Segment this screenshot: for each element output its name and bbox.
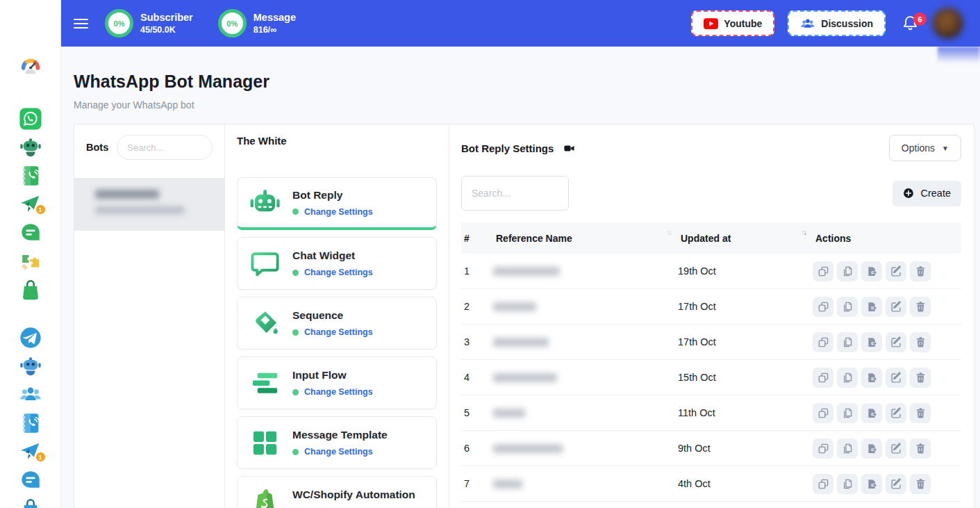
copy-action-button[interactable] <box>837 368 858 388</box>
export-action-button[interactable] <box>861 439 882 459</box>
sidebar-item-telegram-group[interactable] <box>19 383 42 407</box>
settings-card-bot-reply[interactable]: Bot ReplyChange Settings <box>237 177 437 230</box>
updated-at-cell: 17th Oct <box>678 336 813 347</box>
options-button[interactable]: Options ▼ <box>889 135 961 161</box>
settings-card-chat-widget[interactable]: Chat WidgetChange Settings <box>237 237 437 290</box>
sidebar-item-whatsapp-store[interactable] <box>19 278 42 302</box>
whatsapp-integration-icon <box>19 249 42 273</box>
edit-action-button[interactable] <box>886 261 906 281</box>
export-action-button[interactable] <box>861 332 882 352</box>
sort-icon-reference-name[interactable]: ↑↓ <box>667 228 672 236</box>
clone-action-button[interactable] <box>813 439 833 459</box>
delete-action-button[interactable] <box>910 261 931 281</box>
telegram-icon <box>19 326 42 350</box>
row-actions <box>813 297 961 317</box>
sidebar-item-telegram[interactable] <box>19 326 42 350</box>
reply-search-input[interactable] <box>461 176 569 211</box>
sidebar-item-whatsapp-chat[interactable] <box>19 221 42 245</box>
youtube-button[interactable]: Youtube <box>691 10 774 36</box>
sidebar-item-telegram-store[interactable] <box>19 497 42 508</box>
bots-search-input[interactable] <box>117 135 213 160</box>
settings-card-title: WC/Shopify Automation <box>292 489 415 501</box>
sidebar-item-telegram-broadcast[interactable]: 1 <box>19 440 42 464</box>
hamburger-menu-icon[interactable] <box>74 19 88 28</box>
change-settings-link[interactable]: Change Settings <box>304 447 373 457</box>
change-settings-link[interactable]: Change Settings <box>304 207 373 217</box>
delete-action-button[interactable] <box>910 332 931 352</box>
change-settings-link[interactable]: Change Settings <box>304 387 373 397</box>
export-action-button[interactable] <box>861 474 882 494</box>
telegram-group-icon <box>19 383 42 407</box>
sidebar-item-telegram-bot[interactable] <box>19 354 42 378</box>
create-button[interactable]: Create <box>892 181 961 206</box>
topbar-actions: Youtube Discussion 6 <box>691 8 963 39</box>
export-action-button[interactable] <box>861 368 882 388</box>
row-number: 7 <box>461 478 493 489</box>
delete-action-button[interactable] <box>910 297 931 317</box>
reference-name-cell <box>493 267 678 276</box>
export-action-button[interactable] <box>861 403 882 423</box>
delete-action-button[interactable] <box>910 403 931 423</box>
export-action-button[interactable] <box>861 261 882 281</box>
notification-bell[interactable]: 6 <box>902 15 919 32</box>
telegram-store-icon <box>19 497 42 508</box>
sequence-icon <box>249 307 281 340</box>
copy-action-button[interactable] <box>837 403 858 423</box>
copy-action-button[interactable] <box>837 474 858 494</box>
delete-action-button[interactable] <box>910 368 931 388</box>
edit-action-button[interactable] <box>886 368 906 388</box>
sort-icon-updated-at[interactable]: ↑↓ <box>802 228 806 236</box>
settings-card-input-flow[interactable]: Input FlowChange Settings <box>237 357 437 409</box>
settings-card-shopify[interactable]: WC/Shopify AutomationChange Settings <box>237 476 437 508</box>
clone-action-button[interactable] <box>813 297 833 317</box>
usage-stats: 0%Subscriber45/50.0K0%Message816/∞ <box>105 9 296 38</box>
sidebar-item-telegram-chat[interactable] <box>19 468 42 492</box>
edit-action-button[interactable] <box>886 474 906 494</box>
reference-name-redacted <box>493 302 536 311</box>
sidebar-item-whatsapp-broadcast[interactable]: 1 <box>19 192 42 216</box>
status-dot <box>292 329 299 336</box>
edit-action-button[interactable] <box>886 297 906 317</box>
bot-name-redacted <box>95 190 159 199</box>
whatsapp-bot-icon <box>19 136 42 159</box>
edit-icon <box>890 478 902 490</box>
sidebar-item-whatsapp-contacts[interactable] <box>19 164 42 188</box>
delete-action-button[interactable] <box>910 439 931 459</box>
clone-action-button[interactable] <box>813 474 833 494</box>
bot-list-item-selected[interactable] <box>74 178 224 231</box>
sidebar-item-whatsapp[interactable] <box>19 107 42 131</box>
sidebar-item-dashboard-gauge[interactable] <box>19 54 42 78</box>
copy-action-button[interactable] <box>837 332 858 352</box>
sidebar-item-whatsapp-integration[interactable] <box>19 249 42 273</box>
clone-action-button[interactable] <box>813 368 833 388</box>
delete-action-button[interactable] <box>910 474 931 494</box>
edit-action-button[interactable] <box>886 403 906 423</box>
plus-circle-icon <box>903 188 914 199</box>
export-action-button[interactable] <box>861 297 882 317</box>
copy-action-button[interactable] <box>837 261 858 281</box>
settings-card-message-template[interactable]: Message TemplateChange Settings <box>237 416 437 469</box>
edit-action-button[interactable] <box>886 439 906 459</box>
export-icon <box>866 336 878 348</box>
change-settings-link[interactable]: Change Settings <box>304 327 373 337</box>
edit-action-button[interactable] <box>886 332 906 352</box>
clone-action-button[interactable] <box>813 261 833 281</box>
table-row: 217th Oct <box>461 289 961 325</box>
bot-reply-settings-panel: Bot Reply Settings Options ▼ Create <box>449 124 974 508</box>
clone-action-button[interactable] <box>813 403 833 423</box>
sidebar-item-whatsapp-bot[interactable] <box>19 136 42 159</box>
settings-card-sequence[interactable]: SequenceChange Settings <box>237 297 437 350</box>
discussion-button[interactable]: Discussion <box>788 10 886 36</box>
whatsapp-store-icon <box>19 278 42 302</box>
change-settings-link[interactable]: Change Settings <box>304 268 373 277</box>
edit-icon <box>890 407 902 419</box>
clone-action-button[interactable] <box>813 332 833 352</box>
video-tutorial-icon[interactable] <box>563 142 576 154</box>
selected-bot-title: The White <box>237 135 437 147</box>
user-avatar[interactable] <box>932 8 963 39</box>
settings-card-title: Message Template <box>292 429 388 441</box>
column-header-reference-name: Reference Name <box>496 233 572 244</box>
copy-action-button[interactable] <box>837 297 858 317</box>
sidebar-item-telegram-contacts[interactable] <box>19 411 42 435</box>
copy-action-button[interactable] <box>837 439 858 459</box>
